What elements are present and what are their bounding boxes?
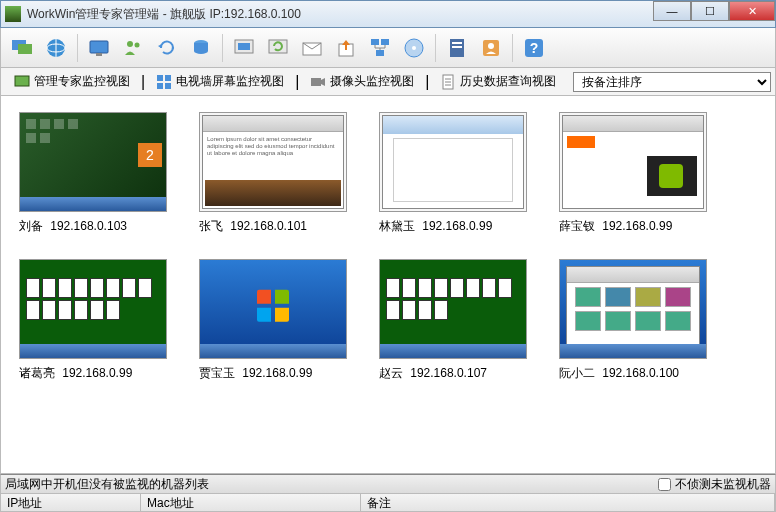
unmonitored-title: 局域网中开机但没有被监视的机器列表 bbox=[5, 476, 658, 493]
svg-point-18 bbox=[412, 46, 416, 50]
client-thumbnail[interactable]: 林黛玉 192.168.0.99 bbox=[379, 112, 527, 235]
toolbar-globe-icon[interactable] bbox=[41, 33, 71, 63]
client-caption: 诸葛亮 192.168.0.99 bbox=[19, 365, 167, 382]
screenshot-preview: Lorem ipsum dolor sit amet consectetur a… bbox=[199, 112, 347, 212]
tab-expert-monitor[interactable]: 管理专家监控视图 bbox=[5, 70, 139, 93]
screenshot-preview: 2 bbox=[19, 112, 167, 212]
thumbnail-grid: 2 刘备 192.168.0.103 Lorem ipsum dolor sit… bbox=[19, 112, 757, 382]
toolbar-db-icon[interactable] bbox=[186, 33, 216, 63]
toolbar-monitor-icon[interactable] bbox=[84, 33, 114, 63]
screenshot-preview bbox=[379, 259, 527, 359]
tab-tvwall-monitor[interactable]: 电视墙屏幕监控视图 bbox=[147, 70, 293, 93]
svg-rect-15 bbox=[381, 39, 389, 45]
client-caption: 阮小二 192.168.0.100 bbox=[559, 365, 707, 382]
screenshot-preview bbox=[199, 259, 347, 359]
maximize-button[interactable]: ☐ bbox=[691, 1, 729, 21]
svg-point-23 bbox=[488, 43, 494, 49]
screenshot-preview bbox=[559, 112, 707, 212]
toolbar-separator bbox=[222, 34, 223, 62]
svg-rect-21 bbox=[452, 46, 462, 48]
toolbar-separator bbox=[77, 34, 78, 62]
toolbar-display-icon[interactable] bbox=[229, 33, 259, 63]
tab-history-query[interactable]: 历史数据查询视图 bbox=[431, 70, 565, 93]
toolbar-users-icon[interactable] bbox=[118, 33, 148, 63]
minimize-button[interactable]: — bbox=[653, 1, 691, 21]
main-toolbar: ? bbox=[0, 28, 776, 68]
sort-dropdown[interactable]: 按备注排序 bbox=[573, 72, 771, 92]
svg-rect-14 bbox=[371, 39, 379, 45]
client-thumbnail[interactable]: 赵云 192.168.0.107 bbox=[379, 259, 527, 382]
toolbar-separator bbox=[512, 34, 513, 62]
toolbar-help-icon[interactable]: ? bbox=[519, 33, 549, 63]
column-ip[interactable]: IP地址 bbox=[1, 494, 141, 511]
monitor-icon bbox=[14, 74, 30, 90]
svg-rect-31 bbox=[311, 78, 321, 86]
window-controls: — ☐ ✕ bbox=[653, 1, 775, 21]
svg-rect-26 bbox=[15, 76, 29, 86]
client-thumbnail[interactable]: 阮小二 192.168.0.100 bbox=[559, 259, 707, 382]
client-thumbnail[interactable]: 诸葛亮 192.168.0.99 bbox=[19, 259, 167, 382]
window-titlebar: WorkWin管理专家管理端 - 旗舰版 IP:192.168.0.100 — … bbox=[0, 0, 776, 28]
toolbar-separator bbox=[435, 34, 436, 62]
column-remark[interactable]: 备注 bbox=[361, 494, 775, 511]
client-thumbnail[interactable]: 2 刘备 192.168.0.103 bbox=[19, 112, 167, 235]
tab-separator: | bbox=[425, 73, 429, 91]
svg-point-6 bbox=[127, 41, 133, 47]
toolbar-contact-icon[interactable] bbox=[476, 33, 506, 63]
svg-rect-5 bbox=[96, 53, 102, 56]
close-button[interactable]: ✕ bbox=[729, 1, 775, 21]
unmonitored-header: 局域网中开机但没有被监视的机器列表 不侦测未监视机器 bbox=[1, 475, 775, 493]
svg-rect-16 bbox=[376, 50, 384, 56]
toolbar-disc-icon[interactable] bbox=[399, 33, 429, 63]
tab-label: 管理专家监控视图 bbox=[34, 73, 130, 90]
tab-camera-monitor[interactable]: 摄像头监控视图 bbox=[301, 70, 423, 93]
tab-separator: | bbox=[141, 73, 145, 91]
toolbar-book-icon[interactable] bbox=[442, 33, 472, 63]
screenshot-preview bbox=[559, 259, 707, 359]
toolbar-network-icon[interactable] bbox=[365, 33, 395, 63]
svg-rect-27 bbox=[157, 75, 163, 81]
svg-rect-4 bbox=[90, 41, 108, 53]
client-caption: 薛宝钗 192.168.0.99 bbox=[559, 218, 707, 235]
svg-rect-10 bbox=[238, 43, 250, 50]
client-caption: 贾宝玉 192.168.0.99 bbox=[199, 365, 347, 382]
svg-rect-29 bbox=[157, 83, 163, 89]
client-thumbnail[interactable]: 薛宝钗 192.168.0.99 bbox=[559, 112, 707, 235]
client-caption: 刘备 192.168.0.103 bbox=[19, 218, 167, 235]
unmonitored-panel: 局域网中开机但没有被监视的机器列表 不侦测未监视机器 IP地址 Mac地址 备注 bbox=[0, 474, 776, 512]
toolbar-sync-icon[interactable] bbox=[263, 33, 293, 63]
column-mac[interactable]: Mac地址 bbox=[141, 494, 361, 511]
unmonitored-columns: IP地址 Mac地址 备注 bbox=[1, 493, 775, 511]
svg-rect-28 bbox=[165, 75, 171, 81]
svg-rect-1 bbox=[18, 44, 32, 54]
document-icon bbox=[440, 74, 456, 90]
screenshot-preview bbox=[379, 112, 527, 212]
svg-point-7 bbox=[135, 42, 140, 47]
client-caption: 赵云 192.168.0.107 bbox=[379, 365, 527, 382]
tab-label: 摄像头监控视图 bbox=[330, 73, 414, 90]
thumbnail-grid-panel: 2 刘备 192.168.0.103 Lorem ipsum dolor sit… bbox=[0, 96, 776, 474]
toolbar-refresh-icon[interactable] bbox=[152, 33, 182, 63]
tvwall-icon bbox=[156, 74, 172, 90]
tab-label: 电视墙屏幕监控视图 bbox=[176, 73, 284, 90]
client-thumbnail[interactable]: Lorem ipsum dolor sit amet consectetur a… bbox=[199, 112, 347, 235]
client-caption: 林黛玉 192.168.0.99 bbox=[379, 218, 527, 235]
no-detect-input[interactable] bbox=[658, 478, 671, 491]
client-caption: 张飞 192.168.0.101 bbox=[199, 218, 347, 235]
toolbar-button-1[interactable] bbox=[7, 33, 37, 63]
toolbar-export-icon[interactable] bbox=[331, 33, 361, 63]
no-detect-checkbox[interactable]: 不侦测未监视机器 bbox=[658, 476, 771, 493]
screenshot-preview bbox=[19, 259, 167, 359]
camera-icon bbox=[310, 74, 326, 90]
tab-label: 历史数据查询视图 bbox=[460, 73, 556, 90]
svg-rect-20 bbox=[452, 42, 462, 44]
toolbar-mail-icon[interactable] bbox=[297, 33, 327, 63]
client-thumbnail[interactable]: 贾宝玉 192.168.0.99 bbox=[199, 259, 347, 382]
svg-rect-30 bbox=[165, 83, 171, 89]
svg-text:?: ? bbox=[530, 40, 539, 56]
view-tabbar: 管理专家监控视图 | 电视墙屏幕监控视图 | 摄像头监控视图 | 历史数据查询视… bbox=[0, 68, 776, 96]
app-icon bbox=[5, 6, 21, 22]
tab-separator: | bbox=[295, 73, 299, 91]
